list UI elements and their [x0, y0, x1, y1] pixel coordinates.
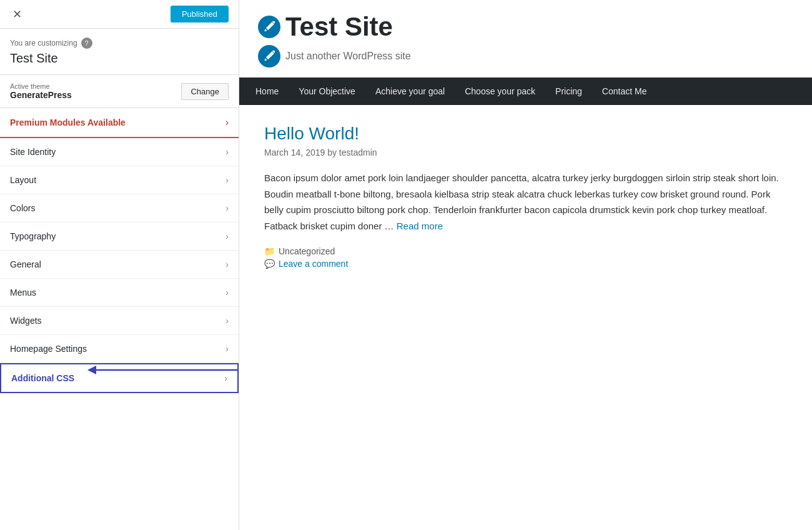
sidebar-header: ✕ Published	[0, 0, 239, 29]
edit-tagline-icon[interactable]	[258, 45, 280, 68]
post-footer: 📁 Uncategorized 💬 Leave a comment	[264, 246, 787, 269]
sidebar-item-homepage-settings[interactable]: Homepage Settings ›	[0, 335, 239, 363]
chevron-right-icon: ›	[225, 175, 229, 185]
sidebar-item-additional-css[interactable]: Additional CSS ›	[0, 363, 239, 393]
comment-icon: 💬	[264, 259, 275, 269]
chevron-right-icon: ›	[224, 373, 227, 383]
sidebar-item-layout[interactable]: Layout ›	[0, 166, 239, 194]
nav-item-home[interactable]: Home	[245, 78, 289, 105]
premium-modules-chevron-icon: ›	[225, 117, 229, 128]
read-more-link[interactable]: Read more	[397, 221, 443, 231]
nav-item-choose-pack[interactable]: Choose your pack	[455, 78, 545, 105]
customizing-section: You are customizing ? Test Site	[0, 29, 239, 75]
post-meta: March 14, 2019 by testadmin	[264, 148, 787, 158]
customizing-label: You are customizing	[10, 39, 77, 48]
close-button[interactable]: ✕	[10, 6, 24, 22]
chevron-right-icon: ›	[225, 316, 229, 326]
sidebar-item-typography[interactable]: Typography ›	[0, 222, 239, 251]
site-nav: Home Your Objective Achieve your goal Ch…	[239, 78, 812, 105]
chevron-right-icon: ›	[225, 344, 229, 354]
theme-section: Active theme GeneratePress Change	[0, 75, 239, 108]
edit-site-title-icon[interactable]	[258, 16, 280, 38]
category-icon: 📁	[264, 246, 275, 256]
sidebar-item-site-identity[interactable]: Site Identity ›	[0, 138, 239, 166]
post-content: Bacon ipsum dolor amet pork loin landjae…	[264, 170, 787, 234]
change-theme-button[interactable]: Change	[181, 83, 229, 100]
leave-comment-link[interactable]: Leave a comment	[279, 259, 348, 269]
customizer-sidebar: ✕ Published You are customizing ? Test S…	[0, 0, 239, 530]
sidebar-item-colors[interactable]: Colors ›	[0, 194, 239, 222]
site-tagline: Just another WordPress site	[285, 51, 411, 62]
chevron-right-icon: ›	[225, 288, 229, 298]
theme-name: GeneratePress	[10, 90, 72, 100]
chevron-right-icon: ›	[225, 259, 229, 269]
premium-modules-label: Premium Modules Available	[10, 118, 126, 128]
premium-modules-item[interactable]: Premium Modules Available ›	[0, 108, 239, 138]
post-category: Uncategorized	[279, 246, 335, 256]
active-theme-label: Active theme	[10, 82, 72, 90]
customizing-site-name: Test Site	[10, 51, 229, 66]
sidebar-item-menus[interactable]: Menus ›	[0, 279, 239, 307]
chevron-right-icon: ›	[225, 231, 229, 241]
help-icon[interactable]: ?	[81, 38, 92, 49]
published-button[interactable]: Published	[171, 6, 229, 22]
additional-css-wrapper: Additional CSS ›	[0, 363, 239, 393]
chevron-right-icon: ›	[225, 203, 229, 213]
chevron-right-icon: ›	[225, 147, 229, 157]
post-title[interactable]: Hello World!	[264, 124, 787, 144]
site-header: Test Site Just another WordPress site	[239, 0, 812, 78]
nav-item-achieve-goal[interactable]: Achieve your goal	[365, 78, 455, 105]
sidebar-item-widgets[interactable]: Widgets ›	[0, 307, 239, 335]
preview-panel: Test Site Just another WordPress site Ho…	[239, 0, 812, 530]
nav-item-contact[interactable]: Contact Me	[592, 78, 657, 105]
sidebar-item-general[interactable]: General ›	[0, 251, 239, 279]
site-title: Test Site	[285, 12, 393, 41]
content-area: Hello World! March 14, 2019 by testadmin…	[239, 105, 812, 530]
nav-item-your-objective[interactable]: Your Objective	[289, 78, 365, 105]
nav-item-pricing[interactable]: Pricing	[545, 78, 592, 105]
